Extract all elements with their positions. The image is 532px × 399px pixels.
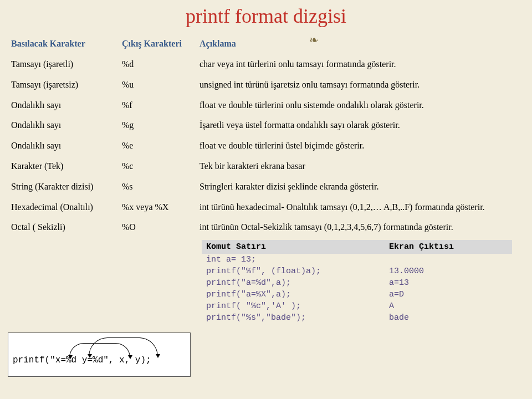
header-output: Çıkış Karakteri — [119, 35, 196, 54]
example-header-row: Komut Satırı Ekran Çıktısı — [202, 240, 512, 254]
table-row: Ondalıklı sayı %g İşaretli veya üstel fo… — [8, 115, 524, 136]
cell-cmd: printf("%s","bade"); — [202, 312, 385, 324]
format-table: Basılacak Karakter Çıkış Karakteri Açıkl… — [8, 35, 524, 238]
cell-out: %x veya %X — [119, 197, 196, 218]
cell-chr: Ondalıklı sayı — [8, 136, 119, 156]
cell-out: %c — [119, 156, 196, 177]
header-description: Açıklama — [196, 35, 524, 54]
table-row: Tamsayı (işaretli) %d char veya int türl… — [8, 54, 524, 75]
cell-out: %s — [119, 177, 196, 197]
cell-out: 13.0000 — [385, 265, 512, 277]
cell-out: %f — [119, 95, 196, 116]
example-row: printf("a=%X",a); a=D — [202, 289, 512, 300]
cell-chr: Ondalıklı sayı — [8, 115, 119, 136]
cell-out — [385, 254, 512, 265]
table-row: String (Karakter dizisi) %s Stringleri k… — [8, 177, 524, 197]
cell-out: bade — [385, 312, 512, 324]
cell-cmd: printf("%f", (float)a); — [202, 265, 385, 277]
table-row: Karakter (Tek) %c Tek bir karakteri ekra… — [8, 156, 524, 177]
decorative-flourish: ❧ — [309, 33, 319, 47]
cell-out: %d — [119, 54, 196, 75]
cell-chr: Tamsayı (işaretli) — [8, 54, 119, 75]
cell-cmd: int a= 13; — [202, 254, 385, 265]
cell-out: A — [385, 300, 512, 312]
example-table: Komut Satırı Ekran Çıktısı int a= 13; pr… — [202, 240, 512, 324]
example-row: printf("%s","bade"); bade — [202, 312, 512, 324]
cell-out: %O — [119, 217, 196, 238]
page-title: printf format dizgisi — [8, 4, 524, 28]
header-character: Basılacak Karakter — [8, 35, 119, 54]
cell-chr: String (Karakter dizisi) — [8, 177, 119, 197]
cell-chr: Karakter (Tek) — [8, 156, 119, 177]
table-row: Tamsayı (işaretsiz) %u unsigned int türü… — [8, 75, 524, 95]
cell-desc: float ve double türlerini üstel biçimde … — [196, 136, 524, 156]
arrow-arc-outer — [89, 337, 158, 356]
cell-desc: Stringleri karakter dizisi şeklinde ekra… — [196, 177, 524, 197]
table-row: Hexadecimal (Onaltılı) %x veya %X int tü… — [8, 197, 524, 218]
cell-chr: Tamsayı (işaretsiz) — [8, 75, 119, 95]
example-row: printf( "%c",'A' ); A — [202, 300, 512, 312]
table-row: Ondalıklı sayı %e float ve double türler… — [8, 136, 524, 156]
cell-cmd: printf("a=%X",a); — [202, 289, 385, 300]
cell-out: a=D — [385, 289, 512, 300]
cell-chr: Octal ( Sekizli) — [8, 217, 119, 238]
cell-out: %g — [119, 115, 196, 136]
cell-cmd: printf("a=%d",a); — [202, 277, 385, 289]
cell-cmd: printf( "%c",'A' ); — [202, 300, 385, 312]
example-row: printf("%f", (float)a); 13.0000 — [202, 265, 512, 277]
example-header-cmd: Komut Satırı — [202, 240, 385, 254]
example-row: printf("a=%d",a); a=13 — [202, 277, 512, 289]
table-header-row: Basılacak Karakter Çıkış Karakteri Açıkl… — [8, 35, 524, 54]
table-row: Octal ( Sekizli) %O int türünün Octal-Se… — [8, 217, 524, 238]
example-header-out: Ekran Çıktısı — [385, 240, 512, 254]
cell-desc: İşaretli veya üstel formatta ondalıklı s… — [196, 115, 524, 136]
printf-diagram: printf("x=%d y=%d", x, y); — [8, 332, 191, 377]
cell-desc: char veya int türlerini onlu tamsayı for… — [196, 54, 524, 75]
cell-out: %u — [119, 75, 196, 95]
cell-chr: Hexadecimal (Onaltılı) — [8, 197, 119, 218]
table-row: Ondalıklı sayı %f float ve double türler… — [8, 95, 524, 116]
cell-out: %e — [119, 136, 196, 156]
cell-desc: int türünü hexadecimal- Onaltılık tamsay… — [196, 197, 524, 218]
cell-desc: unsigned int türünü işaretsiz onlu tamsa… — [196, 75, 524, 95]
arrowhead-icon — [156, 354, 160, 358]
cell-desc: int türünün Octal-Sekizlik tamsayı (0,1,… — [196, 217, 524, 238]
cell-chr: Ondalıklı sayı — [8, 95, 119, 116]
cell-desc: float ve double türlerini onlu sistemde … — [196, 95, 524, 116]
cell-desc: Tek bir karakteri ekrana basar — [196, 156, 524, 177]
example-row: int a= 13; — [202, 254, 512, 265]
cell-out: a=13 — [385, 277, 512, 289]
printf-code-text: printf("x=%d y=%d", x, y); — [13, 355, 151, 365]
